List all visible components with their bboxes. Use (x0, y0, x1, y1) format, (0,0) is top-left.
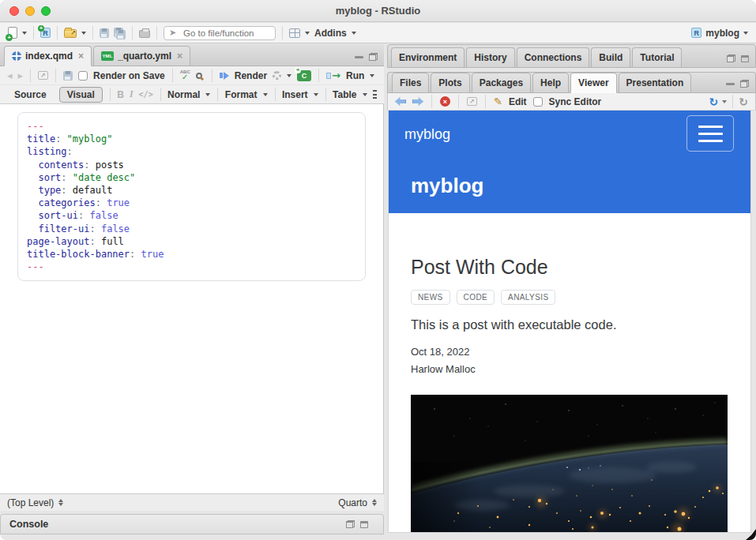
tab-index-qmd[interactable]: index.qmd (4, 46, 92, 66)
badge-analysis[interactable]: ANALYSIS (501, 290, 555, 305)
close-icon[interactable] (177, 51, 182, 62)
table-menu-caret[interactable] (363, 93, 367, 96)
bold-icon[interactable]: B (117, 89, 124, 100)
zoom-window-button[interactable] (41, 6, 51, 16)
tab-history[interactable]: History (466, 47, 514, 67)
maximize-pane-icon[interactable] (369, 53, 378, 61)
insert-chunk-icon[interactable]: C (297, 70, 311, 81)
render-on-save-checkbox[interactable] (78, 71, 88, 81)
doc-type-updown-icon[interactable] (372, 499, 377, 507)
maximize-pane-icon[interactable] (360, 521, 368, 528)
print-icon[interactable] (139, 30, 150, 38)
blog-banner: myblog myblog (389, 111, 750, 213)
new-project-icon[interactable]: R (40, 28, 51, 38)
yaml-metadata-block[interactable]: ---title: "myblog"listing: contents: pos… (17, 112, 366, 281)
sync-editor-checkbox[interactable] (533, 97, 543, 107)
project-menu[interactable]: R myblog (691, 28, 748, 39)
source-mode-button[interactable]: Source (7, 88, 54, 102)
minimize-pane-icon[interactable] (726, 83, 735, 85)
render-options-caret[interactable] (287, 74, 291, 77)
visual-mode-button[interactable]: Visual (59, 87, 103, 103)
divider (458, 95, 459, 108)
tab-connections[interactable]: Connections (517, 47, 590, 67)
environment-pane-tabstrip: Environment History Connections Build Tu… (387, 44, 756, 68)
edit-icon[interactable]: ✎ (494, 96, 502, 107)
restore-pane-icon[interactable] (346, 520, 355, 528)
spellcheck-icon[interactable]: ABC✓ (180, 69, 190, 81)
back-icon[interactable]: ◂ (7, 70, 13, 81)
tab-files[interactable]: Files (392, 73, 429, 93)
maximize-pane-icon[interactable] (740, 80, 749, 88)
save-icon[interactable] (100, 28, 109, 38)
close-window-button[interactable] (9, 6, 19, 16)
new-file-icon[interactable] (8, 27, 17, 39)
insert-menu[interactable]: Insert (282, 89, 308, 100)
tab-environment[interactable]: Environment (391, 47, 465, 67)
run-button[interactable]: Run (346, 70, 364, 81)
minimize-window-button[interactable] (25, 6, 35, 16)
addins-dropdown-caret[interactable] (352, 32, 356, 35)
code-line: title-block-banner: true (27, 248, 357, 261)
pane-layout-dropdown-caret[interactable] (305, 32, 310, 35)
viewer-forward-icon[interactable] (412, 97, 423, 106)
goto-arrow-icon: ➤ (169, 28, 176, 37)
italic-icon[interactable]: I (130, 88, 134, 100)
scope-selector[interactable]: (Top Level) (7, 497, 54, 508)
addins-menu[interactable]: Addins (314, 28, 347, 39)
close-icon[interactable] (78, 51, 84, 62)
table-menu[interactable]: Table (333, 89, 356, 100)
run-dropdown-caret[interactable] (370, 74, 374, 77)
outline-icon[interactable] (373, 90, 378, 99)
hamburger-menu-icon[interactable] (686, 115, 734, 152)
paragraph-style-dropdown[interactable]: Normal (167, 89, 200, 100)
minimize-pane-icon[interactable] (355, 56, 363, 58)
blog-navbar-brand[interactable]: myblog (404, 126, 450, 143)
badge-news[interactable]: NEWS (411, 290, 450, 305)
goto-file-input[interactable] (164, 26, 276, 40)
format-menu-caret[interactable] (263, 93, 268, 96)
run-icon[interactable]: → (326, 70, 340, 81)
tab-help[interactable]: Help (532, 73, 569, 93)
tab-packages[interactable]: Packages (472, 73, 531, 93)
render-button[interactable]: Render (235, 70, 267, 81)
code-icon[interactable]: </> (139, 90, 153, 99)
gear-icon[interactable] (273, 71, 281, 80)
badge-code[interactable]: CODE (457, 290, 495, 305)
forward-icon[interactable]: ▸ (18, 70, 24, 81)
publish-dropdown-caret[interactable] (722, 100, 727, 103)
new-file-dropdown-caret[interactable] (22, 32, 27, 35)
insert-menu-caret[interactable] (314, 93, 318, 96)
find-replace-icon[interactable] (196, 73, 202, 79)
render-icon[interactable] (220, 72, 229, 80)
format-menu[interactable]: Format (225, 89, 258, 100)
open-in-new-window-icon[interactable] (38, 71, 48, 80)
scope-updown-icon[interactable] (58, 499, 63, 507)
visual-editor-canvas[interactable]: ---title: "myblog"listing: contents: pos… (0, 104, 384, 493)
open-file-dropdown-caret[interactable] (81, 32, 86, 35)
edit-button[interactable]: Edit (509, 96, 527, 107)
open-file-icon[interactable] (64, 29, 77, 38)
stop-icon[interactable]: × (440, 96, 450, 107)
pane-layout-icon[interactable] (289, 28, 300, 38)
viewer-back-icon[interactable] (395, 97, 406, 106)
sync-editor-label[interactable]: Sync Editor (549, 96, 602, 107)
render-on-save-label[interactable]: Render on Save (93, 70, 165, 81)
paragraph-style-caret[interactable] (205, 93, 210, 96)
tab-quarto-yml[interactable]: YML _quarto.yml (93, 46, 190, 66)
divider (92, 26, 93, 39)
console-pane-header[interactable]: Console (0, 514, 384, 534)
publish-icon[interactable]: ↻ (709, 96, 719, 107)
refresh-icon[interactable]: ↻ (739, 96, 748, 107)
tab-tutorial[interactable]: Tutorial (632, 47, 682, 67)
save-all-icon[interactable] (114, 28, 126, 39)
tab-build[interactable]: Build (591, 47, 630, 67)
tab-plots[interactable]: Plots (431, 73, 469, 93)
maximize-pane-icon[interactable] (741, 55, 749, 62)
tab-presentation[interactable]: Presentation (619, 73, 692, 93)
doc-type-selector[interactable]: Quarto (338, 497, 367, 508)
restore-pane-icon[interactable] (727, 54, 735, 62)
goto-file-search[interactable]: ➤ (164, 26, 276, 40)
tab-viewer[interactable]: Viewer (570, 73, 616, 93)
open-in-browser-icon[interactable] (467, 97, 477, 106)
save-document-icon[interactable] (63, 71, 73, 81)
